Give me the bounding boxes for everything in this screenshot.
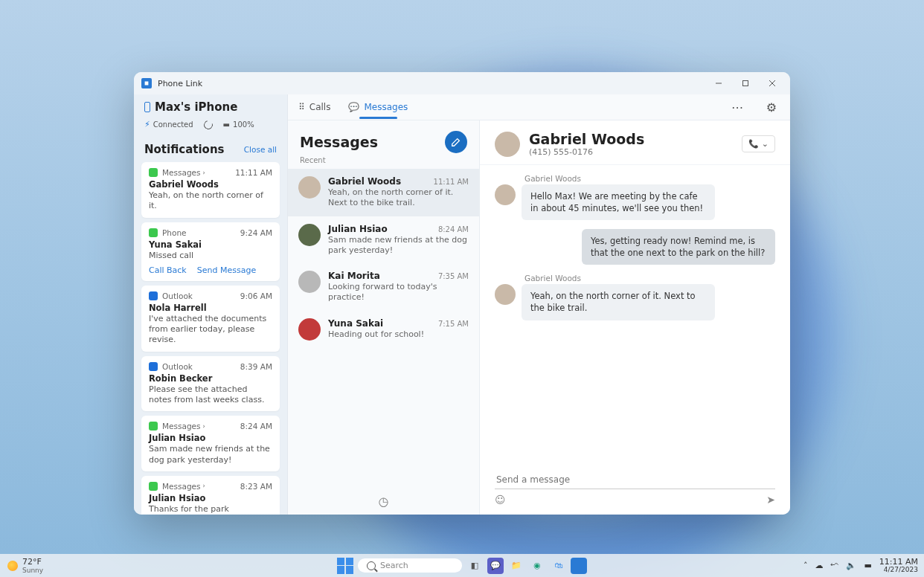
widgets-button[interactable]: 💬 <box>487 558 504 574</box>
notification-app: Messages <box>162 168 201 177</box>
message-outgoing: Yes, getting ready now! Remind me, is th… <box>495 229 775 265</box>
history-button[interactable]: ◷ <box>288 489 479 515</box>
clock-widget[interactable]: 11:11 AM 4/27/2023 <box>879 558 918 574</box>
notification-body: Sam made new friends at the dog park yes… <box>149 444 272 465</box>
compose-icon <box>451 137 461 147</box>
phone-icon: 📞 <box>748 139 759 149</box>
notification-card[interactable]: Outlook 9:06 AM Nola Harrell I've attach… <box>141 286 280 352</box>
messages-list-panel: Messages Recent Gabriel Woods 11:11 AM Y… <box>288 120 480 515</box>
message-incoming: Gabriel Woods Yeah, on the north corner … <box>495 274 775 320</box>
phone-device-icon <box>144 102 150 112</box>
notification-app: Messages <box>162 422 201 431</box>
phonelink-button[interactable] <box>571 558 587 574</box>
notification-card[interactable]: Outlook 8:39 AM Robin Becker Please see … <box>141 356 280 412</box>
message-bubble: Yes, getting ready now! Remind me, is th… <box>582 229 775 265</box>
taskview-button[interactable]: ◧ <box>466 558 483 574</box>
wifi-icon[interactable]: ⬿ <box>830 561 838 570</box>
svg-rect-1 <box>743 81 748 86</box>
refresh-icon <box>202 118 214 130</box>
call-dropdown-button[interactable]: 📞 ⌄ <box>742 135 775 152</box>
messages-heading: Messages <box>300 134 378 150</box>
notification-time: 9:06 AM <box>240 291 272 300</box>
close-all-link[interactable]: Close all <box>244 145 277 154</box>
notification-time: 9:24 AM <box>240 228 272 237</box>
recent-label: Recent <box>288 156 479 169</box>
chevron-right-icon: › <box>203 170 205 176</box>
clock-icon: ◷ <box>379 494 389 509</box>
notification-card[interactable]: Messages › 11:11 AM Gabriel Woods Yeah, … <box>141 162 280 218</box>
tab-messages[interactable]: 💬 Messages <box>347 96 409 118</box>
conversation-preview: Yeah, on the north corner of it. Next to… <box>328 187 469 209</box>
window-title: Phone Link <box>158 79 202 88</box>
weather-widget[interactable]: 72°F Sunny <box>7 557 43 574</box>
conversation-item[interactable]: Gabriel Woods 11:11 AM Yeah, on the nort… <box>288 169 479 216</box>
refresh-button[interactable] <box>204 120 213 129</box>
compose-button[interactable] <box>445 131 467 153</box>
edge-button[interactable]: ◉ <box>529 558 545 574</box>
device-name: Max's iPhone <box>155 100 237 114</box>
notification-body: Thanks for the park recommendation! <box>149 504 272 515</box>
conversation-item[interactable]: Julian Hsiao 8:24 AM Sam made new friend… <box>288 216 479 264</box>
notifications-heading: Notifications <box>144 143 225 156</box>
weather-temp: 72°F <box>22 557 43 567</box>
conversation-preview: Sam made new friends at the dog park yes… <box>328 235 469 257</box>
notification-body: Please see the attached notes from last … <box>149 384 272 406</box>
message-input[interactable] <box>495 474 775 486</box>
start-button[interactable] <box>337 558 353 574</box>
notification-title: Julian Hsiao <box>149 493 272 503</box>
notification-title: Nola Harrell <box>149 303 272 313</box>
notification-time: 8:23 AM <box>240 482 272 491</box>
taskbar: 72°F Sunny Search ◧ 💬 📁 ◉ 🛍 ˄ ☁ ⬿ 🔈 ▬ 11… <box>0 554 924 577</box>
chevron-down-icon: ⌄ <box>762 139 769 149</box>
conversation-preview: Heading out for school! <box>328 329 469 340</box>
notification-app: Outlook <box>162 291 193 300</box>
maximize-button[interactable] <box>732 72 759 94</box>
avatar <box>495 184 516 205</box>
emoji-button[interactable]: ☺ <box>495 494 506 506</box>
tab-calls[interactable]: ⠿ Calls <box>297 96 332 118</box>
notifications-list: Messages › 11:11 AM Gabriel Woods Yeah, … <box>134 162 287 515</box>
notification-action[interactable]: Send Message <box>197 265 256 275</box>
connection-status[interactable]: ⚡Connected <box>144 120 193 129</box>
battery-tray-icon[interactable]: ▬ <box>864 561 871 570</box>
phone-link-window: Phone Link Max's iPhone ⚡Connected ▬100% <box>134 72 790 515</box>
message-incoming: Gabriel Woods Hello Max! We are meeting … <box>495 174 775 220</box>
notification-card[interactable]: Messages › 8:23 AM Julian Hsiao Thanks f… <box>141 476 280 515</box>
notification-time: 8:24 AM <box>240 422 272 431</box>
notification-action[interactable]: Call Back <box>149 265 187 275</box>
tray-chevron-icon[interactable]: ˄ <box>803 561 808 570</box>
avatar <box>298 224 321 246</box>
notification-card[interactable]: Phone 9:24 AM Yuna Sakai Missed call Cal… <box>141 222 280 281</box>
message-sender: Gabriel Woods <box>524 274 775 283</box>
message-sender: Gabriel Woods <box>524 174 775 183</box>
more-icon: ⋯ <box>731 100 743 115</box>
conversation-time: 11:11 AM <box>434 178 469 186</box>
weather-cond: Sunny <box>22 567 43 574</box>
onedrive-icon[interactable]: ☁ <box>815 561 823 570</box>
store-button[interactable]: 🛍 <box>550 558 566 574</box>
send-button[interactable]: ➤ <box>766 494 775 506</box>
bluetooth-icon: ⚡ <box>144 120 150 129</box>
composer: ☺ ➤ <box>480 462 790 515</box>
notification-card[interactable]: Messages › 8:24 AM Julian Hsiao Sam made… <box>141 416 280 471</box>
search-icon <box>367 561 376 570</box>
conversation-item[interactable]: Kai Morita 7:35 AM Looking forward to to… <box>288 263 479 311</box>
minimize-button[interactable] <box>705 72 732 94</box>
message-bubble: Yeah, on the north corner of it. Next to… <box>522 284 715 320</box>
conversation-name: Julian Hsiao <box>328 224 388 234</box>
conversation-item[interactable]: Yuna Sakai 7:15 AM Heading out for schoo… <box>288 311 479 348</box>
close-button[interactable] <box>759 72 786 94</box>
conversation-preview: Looking forward to today's practice! <box>328 282 469 303</box>
outlook-app-icon <box>149 362 158 371</box>
notification-body: I've attached the documents from earlier… <box>149 314 272 346</box>
sun-icon <box>7 561 18 571</box>
conversation-name: Yuna Sakai <box>328 318 383 329</box>
contact-name: Gabriel Woods <box>529 131 644 147</box>
settings-button[interactable]: ⚙ <box>762 97 781 117</box>
taskbar-search[interactable]: Search <box>358 558 462 573</box>
more-button[interactable]: ⋯ <box>728 97 747 117</box>
message-items: Gabriel Woods 11:11 AM Yeah, on the nort… <box>288 169 479 489</box>
explorer-button[interactable]: 📁 <box>508 558 524 574</box>
app-icon <box>141 78 152 88</box>
volume-icon[interactable]: 🔈 <box>846 561 856 570</box>
